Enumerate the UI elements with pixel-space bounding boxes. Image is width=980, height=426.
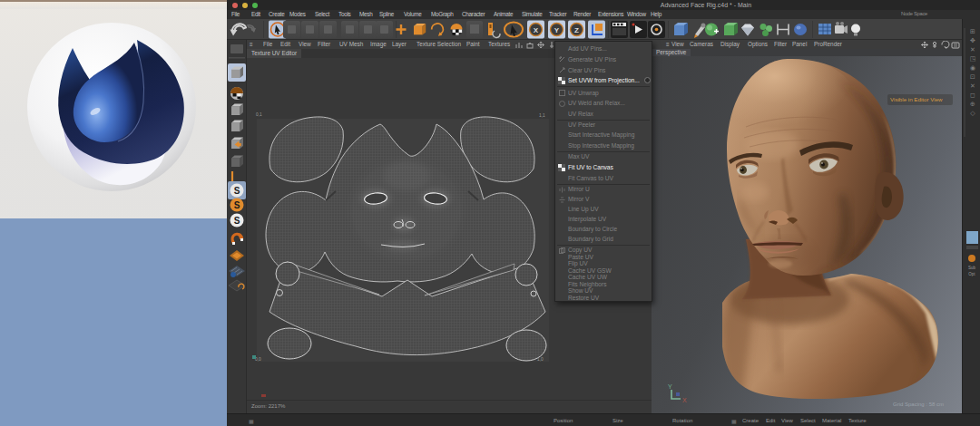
svg-text:Y: Y [554,26,560,34]
svg-text:⊞: ⊞ [970,28,975,34]
svg-text:X: X [534,26,539,34]
svg-text:0,1: 0,1 [256,112,262,117]
svg-text:1,1: 1,1 [539,113,545,118]
svg-text:1,0: 1,0 [537,357,544,362]
svg-text:X: X [682,397,687,403]
svg-text:✕: ✕ [970,82,975,89]
svg-text:Opt: Opt [968,272,975,276]
svg-text:◳: ◳ [970,55,976,62]
svg-text:S: S [234,186,240,196]
svg-text:✕: ✕ [970,46,975,53]
svg-text:S: S [234,216,240,226]
svg-text:◇: ◇ [970,110,975,116]
svg-text:✥: ✥ [970,37,975,44]
svg-text:◉: ◉ [970,64,975,71]
svg-text:◻: ◻ [970,92,975,98]
svg-text:Y: Y [668,383,672,390]
svg-text:0,0: 0,0 [255,357,261,362]
svg-text:Sub: Sub [968,266,976,270]
svg-text:S: S [234,200,240,210]
svg-text:Z: Z [574,26,579,34]
svg-text:⊡: ⊡ [970,73,975,80]
svg-text:⊕: ⊕ [970,101,975,107]
